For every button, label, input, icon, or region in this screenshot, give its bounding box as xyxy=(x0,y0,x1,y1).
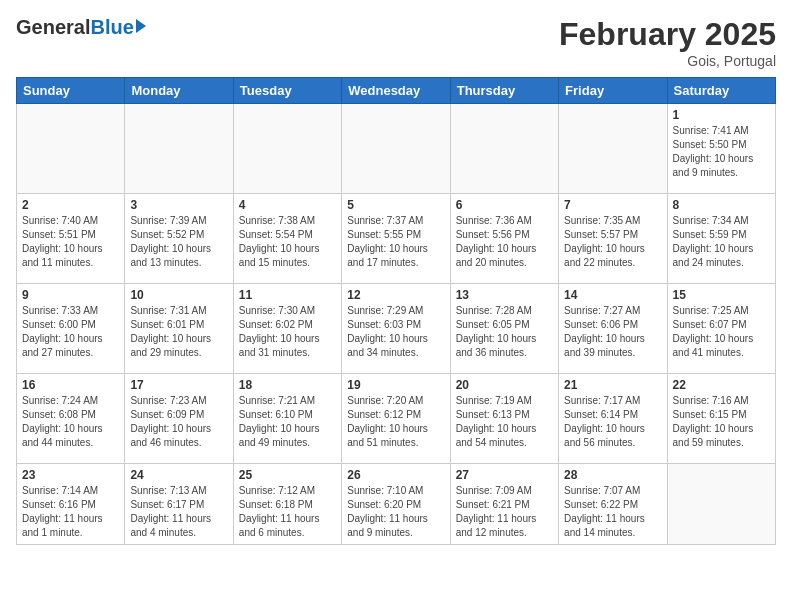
calendar-cell: 17Sunrise: 7:23 AM Sunset: 6:09 PM Dayli… xyxy=(125,374,233,464)
calendar-cell: 18Sunrise: 7:21 AM Sunset: 6:10 PM Dayli… xyxy=(233,374,341,464)
day-number: 19 xyxy=(347,378,444,392)
calendar-cell xyxy=(342,104,450,194)
calendar-week-row: 1Sunrise: 7:41 AM Sunset: 5:50 PM Daylig… xyxy=(17,104,776,194)
day-number: 7 xyxy=(564,198,661,212)
day-info: Sunrise: 7:20 AM Sunset: 6:12 PM Dayligh… xyxy=(347,394,444,450)
calendar-cell xyxy=(450,104,558,194)
day-info: Sunrise: 7:14 AM Sunset: 6:16 PM Dayligh… xyxy=(22,484,119,540)
day-number: 8 xyxy=(673,198,770,212)
day-number: 15 xyxy=(673,288,770,302)
calendar-week-row: 2Sunrise: 7:40 AM Sunset: 5:51 PM Daylig… xyxy=(17,194,776,284)
calendar-cell: 15Sunrise: 7:25 AM Sunset: 6:07 PM Dayli… xyxy=(667,284,775,374)
day-info: Sunrise: 7:10 AM Sunset: 6:20 PM Dayligh… xyxy=(347,484,444,540)
calendar-cell: 24Sunrise: 7:13 AM Sunset: 6:17 PM Dayli… xyxy=(125,464,233,545)
day-number: 20 xyxy=(456,378,553,392)
day-number: 2 xyxy=(22,198,119,212)
calendar-cell xyxy=(17,104,125,194)
day-info: Sunrise: 7:21 AM Sunset: 6:10 PM Dayligh… xyxy=(239,394,336,450)
calendar-cell: 27Sunrise: 7:09 AM Sunset: 6:21 PM Dayli… xyxy=(450,464,558,545)
day-info: Sunrise: 7:13 AM Sunset: 6:17 PM Dayligh… xyxy=(130,484,227,540)
day-info: Sunrise: 7:30 AM Sunset: 6:02 PM Dayligh… xyxy=(239,304,336,360)
day-number: 12 xyxy=(347,288,444,302)
calendar-header-row: SundayMondayTuesdayWednesdayThursdayFrid… xyxy=(17,78,776,104)
location-subtitle: Gois, Portugal xyxy=(559,53,776,69)
day-info: Sunrise: 7:38 AM Sunset: 5:54 PM Dayligh… xyxy=(239,214,336,270)
day-number: 14 xyxy=(564,288,661,302)
day-header-saturday: Saturday xyxy=(667,78,775,104)
calendar-cell: 28Sunrise: 7:07 AM Sunset: 6:22 PM Dayli… xyxy=(559,464,667,545)
calendar-cell xyxy=(667,464,775,545)
day-info: Sunrise: 7:09 AM Sunset: 6:21 PM Dayligh… xyxy=(456,484,553,540)
day-header-tuesday: Tuesday xyxy=(233,78,341,104)
calendar-cell: 13Sunrise: 7:28 AM Sunset: 6:05 PM Dayli… xyxy=(450,284,558,374)
day-number: 18 xyxy=(239,378,336,392)
day-number: 22 xyxy=(673,378,770,392)
calendar-cell: 19Sunrise: 7:20 AM Sunset: 6:12 PM Dayli… xyxy=(342,374,450,464)
month-title: February 2025 xyxy=(559,16,776,53)
day-info: Sunrise: 7:36 AM Sunset: 5:56 PM Dayligh… xyxy=(456,214,553,270)
day-info: Sunrise: 7:34 AM Sunset: 5:59 PM Dayligh… xyxy=(673,214,770,270)
day-info: Sunrise: 7:07 AM Sunset: 6:22 PM Dayligh… xyxy=(564,484,661,540)
calendar-week-row: 23Sunrise: 7:14 AM Sunset: 6:16 PM Dayli… xyxy=(17,464,776,545)
day-number: 4 xyxy=(239,198,336,212)
calendar-cell: 9Sunrise: 7:33 AM Sunset: 6:00 PM Daylig… xyxy=(17,284,125,374)
day-header-monday: Monday xyxy=(125,78,233,104)
day-info: Sunrise: 7:17 AM Sunset: 6:14 PM Dayligh… xyxy=(564,394,661,450)
day-number: 28 xyxy=(564,468,661,482)
day-number: 24 xyxy=(130,468,227,482)
day-info: Sunrise: 7:27 AM Sunset: 6:06 PM Dayligh… xyxy=(564,304,661,360)
day-number: 17 xyxy=(130,378,227,392)
day-number: 10 xyxy=(130,288,227,302)
calendar-cell: 1Sunrise: 7:41 AM Sunset: 5:50 PM Daylig… xyxy=(667,104,775,194)
day-number: 16 xyxy=(22,378,119,392)
calendar-cell xyxy=(125,104,233,194)
day-info: Sunrise: 7:35 AM Sunset: 5:57 PM Dayligh… xyxy=(564,214,661,270)
calendar-cell: 10Sunrise: 7:31 AM Sunset: 6:01 PM Dayli… xyxy=(125,284,233,374)
calendar-week-row: 9Sunrise: 7:33 AM Sunset: 6:00 PM Daylig… xyxy=(17,284,776,374)
calendar-cell: 4Sunrise: 7:38 AM Sunset: 5:54 PM Daylig… xyxy=(233,194,341,284)
calendar-cell: 6Sunrise: 7:36 AM Sunset: 5:56 PM Daylig… xyxy=(450,194,558,284)
calendar-cell: 11Sunrise: 7:30 AM Sunset: 6:02 PM Dayli… xyxy=(233,284,341,374)
logo-blue-text: Blue xyxy=(90,16,133,39)
day-number: 23 xyxy=(22,468,119,482)
calendar-cell: 2Sunrise: 7:40 AM Sunset: 5:51 PM Daylig… xyxy=(17,194,125,284)
calendar-cell: 16Sunrise: 7:24 AM Sunset: 6:08 PM Dayli… xyxy=(17,374,125,464)
day-number: 3 xyxy=(130,198,227,212)
calendar-cell: 12Sunrise: 7:29 AM Sunset: 6:03 PM Dayli… xyxy=(342,284,450,374)
day-number: 27 xyxy=(456,468,553,482)
day-info: Sunrise: 7:33 AM Sunset: 6:00 PM Dayligh… xyxy=(22,304,119,360)
day-info: Sunrise: 7:40 AM Sunset: 5:51 PM Dayligh… xyxy=(22,214,119,270)
day-info: Sunrise: 7:19 AM Sunset: 6:13 PM Dayligh… xyxy=(456,394,553,450)
title-block: February 2025 Gois, Portugal xyxy=(559,16,776,69)
day-header-wednesday: Wednesday xyxy=(342,78,450,104)
day-info: Sunrise: 7:25 AM Sunset: 6:07 PM Dayligh… xyxy=(673,304,770,360)
day-number: 11 xyxy=(239,288,336,302)
day-header-thursday: Thursday xyxy=(450,78,558,104)
calendar-cell: 26Sunrise: 7:10 AM Sunset: 6:20 PM Dayli… xyxy=(342,464,450,545)
day-number: 13 xyxy=(456,288,553,302)
calendar-cell: 20Sunrise: 7:19 AM Sunset: 6:13 PM Dayli… xyxy=(450,374,558,464)
calendar-cell: 7Sunrise: 7:35 AM Sunset: 5:57 PM Daylig… xyxy=(559,194,667,284)
day-info: Sunrise: 7:12 AM Sunset: 6:18 PM Dayligh… xyxy=(239,484,336,540)
day-number: 5 xyxy=(347,198,444,212)
day-number: 6 xyxy=(456,198,553,212)
day-info: Sunrise: 7:37 AM Sunset: 5:55 PM Dayligh… xyxy=(347,214,444,270)
day-info: Sunrise: 7:28 AM Sunset: 6:05 PM Dayligh… xyxy=(456,304,553,360)
calendar-cell: 22Sunrise: 7:16 AM Sunset: 6:15 PM Dayli… xyxy=(667,374,775,464)
calendar-cell xyxy=(559,104,667,194)
day-info: Sunrise: 7:39 AM Sunset: 5:52 PM Dayligh… xyxy=(130,214,227,270)
calendar-cell: 5Sunrise: 7:37 AM Sunset: 5:55 PM Daylig… xyxy=(342,194,450,284)
day-number: 1 xyxy=(673,108,770,122)
day-header-friday: Friday xyxy=(559,78,667,104)
day-header-sunday: Sunday xyxy=(17,78,125,104)
calendar-table: SundayMondayTuesdayWednesdayThursdayFrid… xyxy=(16,77,776,545)
calendar-cell: 3Sunrise: 7:39 AM Sunset: 5:52 PM Daylig… xyxy=(125,194,233,284)
calendar-cell xyxy=(233,104,341,194)
logo: General Blue xyxy=(16,16,146,39)
day-number: 9 xyxy=(22,288,119,302)
calendar-week-row: 16Sunrise: 7:24 AM Sunset: 6:08 PM Dayli… xyxy=(17,374,776,464)
page-header: General Blue February 2025 Gois, Portuga… xyxy=(16,16,776,69)
day-info: Sunrise: 7:31 AM Sunset: 6:01 PM Dayligh… xyxy=(130,304,227,360)
day-info: Sunrise: 7:41 AM Sunset: 5:50 PM Dayligh… xyxy=(673,124,770,180)
day-info: Sunrise: 7:23 AM Sunset: 6:09 PM Dayligh… xyxy=(130,394,227,450)
